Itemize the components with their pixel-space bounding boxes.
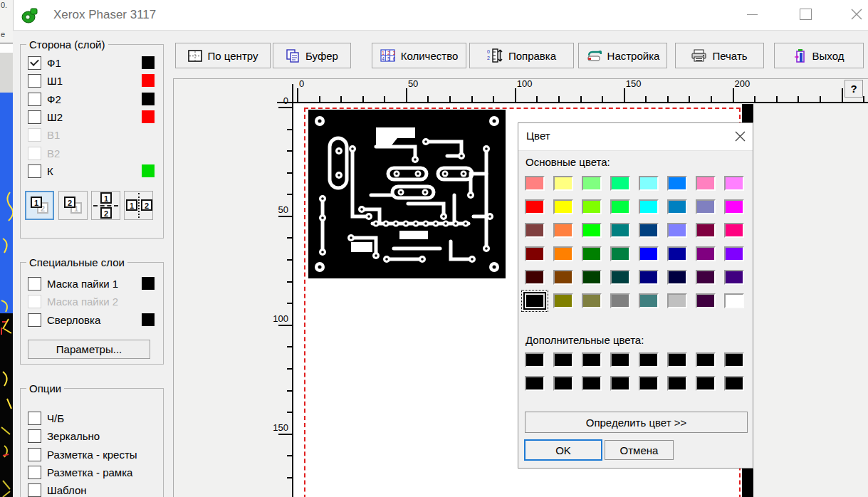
buffer-button[interactable]: Буфер xyxy=(273,43,351,68)
color-swatch[interactable] xyxy=(525,176,545,191)
color-swatch[interactable] xyxy=(639,246,659,261)
color-swatch[interactable] xyxy=(525,293,545,308)
layer-color-swatch[interactable] xyxy=(142,93,155,105)
color-swatch[interactable] xyxy=(667,223,687,238)
color-swatch[interactable] xyxy=(667,246,687,261)
dialog-close-icon[interactable] xyxy=(735,131,746,142)
color-swatch[interactable] xyxy=(696,352,716,367)
color-swatch[interactable] xyxy=(724,199,744,214)
layer-color-swatch[interactable] xyxy=(142,164,155,177)
color-swatch[interactable] xyxy=(525,223,545,238)
parameters-button[interactable]: Параметры... xyxy=(28,340,150,359)
color-swatch[interactable] xyxy=(696,270,716,285)
color-swatch[interactable] xyxy=(610,270,630,285)
checkbox-Зеркально[interactable] xyxy=(28,429,41,443)
checkbox-К[interactable] xyxy=(28,164,41,178)
color-swatch[interactable] xyxy=(610,199,630,214)
ok-button[interactable]: OK xyxy=(524,439,602,461)
define-color-button[interactable]: Определить цвет >> xyxy=(525,412,748,433)
cancel-button[interactable]: Отмена xyxy=(605,440,674,460)
color-swatch[interactable] xyxy=(724,246,744,261)
arrange-side-by-side-button[interactable]: 1 2 xyxy=(124,191,153,220)
color-swatch[interactable] xyxy=(724,293,744,308)
color-swatch[interactable] xyxy=(582,270,602,285)
color-swatch[interactable] xyxy=(667,270,687,285)
quantity-button[interactable]: 123 456 Количество xyxy=(372,43,466,68)
color-swatch[interactable] xyxy=(724,376,744,391)
color-swatch[interactable] xyxy=(582,199,602,214)
color-swatch[interactable] xyxy=(696,246,716,261)
color-swatch[interactable] xyxy=(525,246,545,261)
color-swatch[interactable] xyxy=(639,223,659,238)
checkbox-Маска пайки 1[interactable] xyxy=(28,277,41,291)
color-swatch[interactable] xyxy=(724,270,744,285)
checkbox-Ш2[interactable] xyxy=(28,110,41,124)
arrange-2-over-1-button[interactable]: 1 2 xyxy=(58,191,88,220)
color-swatch[interactable] xyxy=(639,199,659,214)
color-swatch[interactable] xyxy=(582,352,602,367)
arrange-1-over-2-button[interactable]: 2 1 xyxy=(25,191,54,220)
color-swatch[interactable] xyxy=(553,270,573,285)
color-swatch[interactable] xyxy=(553,293,573,308)
checkbox-Сверловка[interactable] xyxy=(28,313,41,327)
color-swatch[interactable] xyxy=(553,223,573,238)
color-swatch[interactable] xyxy=(724,176,744,191)
color-swatch[interactable] xyxy=(610,176,630,191)
special-layer-color-swatch[interactable] xyxy=(142,313,155,326)
layer-color-swatch[interactable] xyxy=(142,56,155,69)
color-swatch[interactable] xyxy=(667,352,687,367)
color-swatch[interactable] xyxy=(582,176,602,191)
color-swatch[interactable] xyxy=(639,176,659,191)
layer-color-swatch[interactable] xyxy=(142,110,155,123)
color-swatch[interactable] xyxy=(582,246,602,261)
checkbox-Разметка - кресты[interactable] xyxy=(28,448,41,461)
color-swatch[interactable] xyxy=(610,352,630,367)
close-icon[interactable] xyxy=(851,9,862,20)
color-swatch[interactable] xyxy=(582,293,602,308)
exit-button[interactable]: Выход xyxy=(774,43,864,68)
color-swatch[interactable] xyxy=(610,293,630,308)
color-swatch[interactable] xyxy=(639,376,659,391)
color-swatch[interactable] xyxy=(696,293,716,308)
checkbox-Ш1[interactable] xyxy=(28,74,41,88)
color-swatch[interactable] xyxy=(553,352,573,367)
color-swatch[interactable] xyxy=(582,376,602,391)
checkbox-Разметка - рамка[interactable] xyxy=(28,466,41,479)
color-swatch[interactable] xyxy=(610,376,630,391)
dialog-titlebar[interactable]: Цвет xyxy=(518,123,753,151)
settings-button[interactable]: Настройка xyxy=(578,43,667,68)
color-swatch[interactable] xyxy=(667,199,687,214)
color-swatch[interactable] xyxy=(696,199,716,214)
layer-color-swatch[interactable] xyxy=(142,74,155,87)
color-swatch[interactable] xyxy=(525,199,545,214)
color-swatch[interactable] xyxy=(553,376,573,391)
color-swatch[interactable] xyxy=(667,176,687,191)
checkbox-Ф1[interactable] xyxy=(28,56,41,70)
color-swatch[interactable] xyxy=(525,270,545,285)
color-swatch[interactable] xyxy=(639,352,659,367)
checkbox-Шаблон[interactable] xyxy=(28,483,41,497)
minimize-icon[interactable] xyxy=(747,14,758,15)
color-swatch[interactable] xyxy=(525,352,545,367)
color-swatch[interactable] xyxy=(667,293,687,308)
checkbox-Ф2[interactable] xyxy=(28,93,41,106)
color-swatch[interactable] xyxy=(582,223,602,238)
color-swatch[interactable] xyxy=(639,293,659,308)
color-swatch[interactable] xyxy=(696,376,716,391)
print-button[interactable]: Печать xyxy=(675,43,764,68)
color-swatch[interactable] xyxy=(553,176,573,191)
maximize-icon[interactable] xyxy=(800,9,812,20)
color-swatch[interactable] xyxy=(553,199,573,214)
help-button[interactable]: ? xyxy=(845,80,863,98)
color-swatch[interactable] xyxy=(610,223,630,238)
color-swatch[interactable] xyxy=(724,352,744,367)
color-swatch[interactable] xyxy=(696,223,716,238)
correction-button[interactable]: 0 2 Поправка xyxy=(469,43,574,68)
color-swatch[interactable] xyxy=(553,246,573,261)
color-swatch[interactable] xyxy=(724,223,744,238)
color-swatch[interactable] xyxy=(696,176,716,191)
color-swatch[interactable] xyxy=(525,376,545,391)
arrange-stack-vertical-button[interactable]: 1 2 xyxy=(91,191,120,220)
color-swatch[interactable] xyxy=(667,376,687,391)
color-swatch[interactable] xyxy=(610,246,630,261)
